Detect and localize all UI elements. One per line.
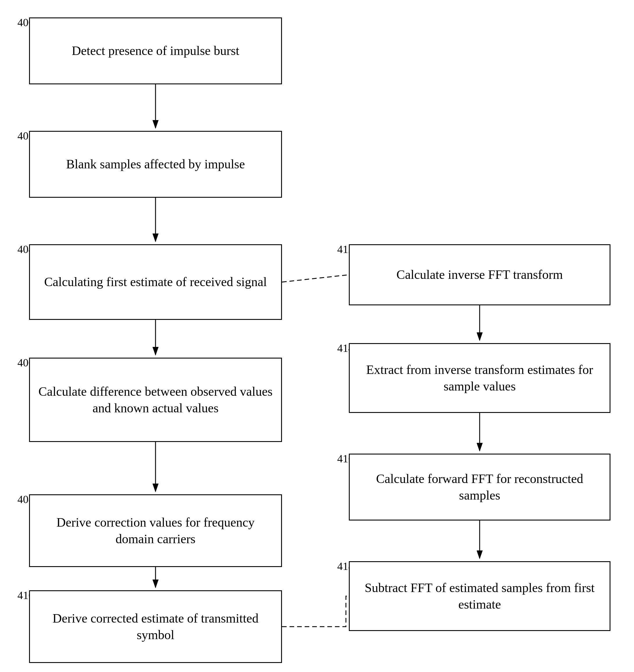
- box-extract-inverse: Extract from inverse transform estimates…: [349, 343, 610, 413]
- box-corrected-estimate: Derive corrected estimate of transmitted…: [29, 590, 282, 663]
- box-subtract-fft: Subtract FFT of estimated samples from f…: [349, 561, 610, 631]
- svg-line-10: [282, 275, 349, 282]
- box-detect-impulse-burst: Detect presence of impulse burst: [29, 18, 282, 84]
- box-calculate-difference: Calculate difference between observed va…: [29, 358, 282, 442]
- diagram-container: 400 402 404 406 408 410 412 414 416 418 …: [0, 0, 634, 672]
- box-forward-fft: Calculate forward FFT for reconstructed …: [349, 454, 610, 521]
- box-inverse-fft: Calculate inverse FFT transform: [349, 244, 610, 305]
- box-derive-correction: Derive correction values for frequency d…: [29, 494, 282, 567]
- box-first-estimate: Calculating first estimate of received s…: [29, 244, 282, 320]
- box-blank-samples: Blank samples affected by impulse: [29, 131, 282, 198]
